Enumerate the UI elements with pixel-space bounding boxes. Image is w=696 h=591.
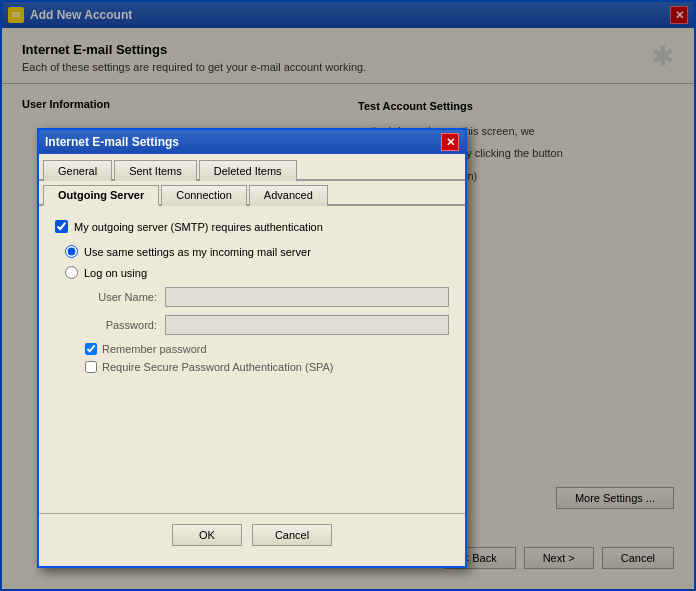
- credentials-form: User Name: Password:: [55, 287, 449, 335]
- radio-logon[interactable]: [65, 266, 78, 279]
- radio-logon-row: Log on using: [65, 266, 449, 279]
- username-row: User Name:: [85, 287, 449, 307]
- subtab-advanced[interactable]: Advanced: [249, 185, 328, 206]
- dialog-titlebar: Internet E-mail Settings ✕: [39, 130, 465, 154]
- remember-password-label: Remember password: [102, 343, 207, 355]
- dialog-footer: OK Cancel: [39, 513, 465, 556]
- main-tabs: General Sent Items Deleted Items: [39, 158, 465, 181]
- radio-section: Use same settings as my incoming mail se…: [55, 245, 449, 279]
- radio-logon-label: Log on using: [84, 267, 147, 279]
- dialog-ok-button[interactable]: OK: [172, 524, 242, 546]
- password-label: Password:: [85, 319, 165, 331]
- tab-deleted-items[interactable]: Deleted Items: [199, 160, 297, 181]
- radio-same-settings-label: Use same settings as my incoming mail se…: [84, 246, 311, 258]
- email-settings-dialog: Internet E-mail Settings ✕ General Sent …: [37, 128, 467, 568]
- remember-password-checkbox[interactable]: [85, 343, 97, 355]
- dialog-title: Internet E-mail Settings: [45, 135, 179, 149]
- remember-password-row: Remember password: [55, 343, 449, 355]
- smtp-auth-label: My outgoing server (SMTP) requires authe…: [74, 221, 323, 233]
- dialog-content: My outgoing server (SMTP) requires authe…: [39, 206, 465, 393]
- spa-row: Require Secure Password Authentication (…: [55, 361, 449, 373]
- dialog-cancel-button[interactable]: Cancel: [252, 524, 332, 546]
- dialog-close-button[interactable]: ✕: [441, 133, 459, 151]
- spa-checkbox[interactable]: [85, 361, 97, 373]
- tab-sent-items[interactable]: Sent Items: [114, 160, 197, 181]
- radio-same-settings-row: Use same settings as my incoming mail se…: [65, 245, 449, 258]
- password-input[interactable]: [165, 315, 449, 335]
- username-label: User Name:: [85, 291, 165, 303]
- radio-same-settings[interactable]: [65, 245, 78, 258]
- username-input[interactable]: [165, 287, 449, 307]
- tab-general[interactable]: General: [43, 160, 112, 181]
- subtab-connection[interactable]: Connection: [161, 185, 247, 206]
- smtp-auth-row: My outgoing server (SMTP) requires authe…: [55, 220, 449, 233]
- subtab-outgoing-server[interactable]: Outgoing Server: [43, 185, 159, 206]
- spa-label: Require Secure Password Authentication (…: [102, 361, 334, 373]
- sub-tabs: Outgoing Server Connection Advanced: [39, 183, 465, 206]
- smtp-auth-checkbox[interactable]: [55, 220, 68, 233]
- password-row: Password:: [85, 315, 449, 335]
